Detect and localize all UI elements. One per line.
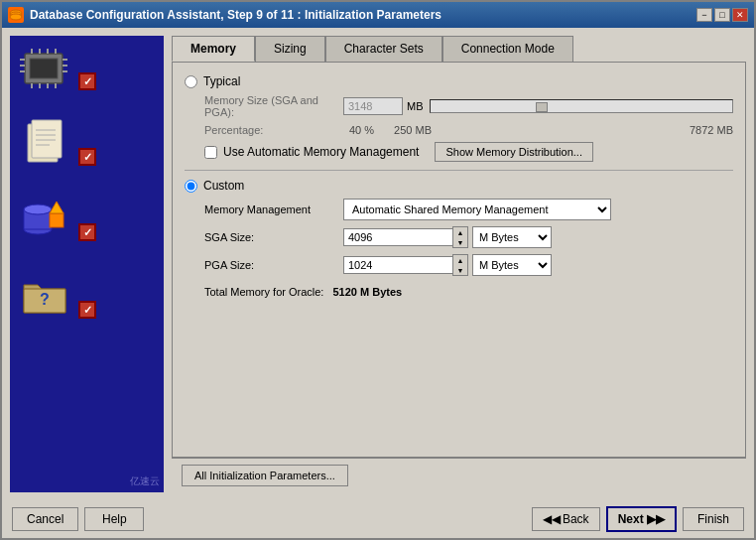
footer: Cancel Help ◀◀ Back Next ▶▶ Finish bbox=[2, 500, 754, 538]
cancel-button[interactable]: Cancel bbox=[12, 507, 78, 531]
typical-section: Memory Size (SGA and PGA): 3148 MB Perce… bbox=[204, 94, 733, 162]
check-badge-2: ✓ bbox=[78, 148, 96, 166]
title-bar-left: Database Configuration Assistant, Step 9… bbox=[8, 7, 441, 23]
slider-track[interactable] bbox=[430, 99, 734, 113]
memory-size-row: Memory Size (SGA and PGA): 3148 MB bbox=[204, 94, 733, 118]
sga-spinner: ▲ ▼ bbox=[452, 226, 468, 248]
window-title: Database Configuration Assistant, Step 9… bbox=[30, 8, 441, 22]
total-value: 5120 M Bytes bbox=[332, 286, 402, 298]
folder-icon: ? bbox=[20, 269, 74, 319]
main-window: Database Configuration Assistant, Step 9… bbox=[0, 0, 756, 540]
chip-icon bbox=[20, 46, 74, 90]
percentage-label: Percentage: bbox=[204, 124, 343, 136]
all-init-params-button[interactable]: All Initialization Parameters... bbox=[182, 465, 348, 486]
typical-radio[interactable] bbox=[185, 75, 197, 88]
memory-panel: Typical Memory Size (SGA and PGA): 3148 … bbox=[172, 62, 746, 458]
sga-down-button[interactable]: ▼ bbox=[453, 237, 467, 247]
pga-input-group: ▲ ▼ M Bytes G Bytes bbox=[343, 254, 552, 276]
show-distribution-button[interactable]: Show Memory Distribution... bbox=[435, 142, 593, 162]
tabs: Memory Sizing Character Sets Connection … bbox=[172, 36, 746, 62]
mb-label: MB bbox=[407, 100, 424, 112]
back-arrow-icon: ◀◀ bbox=[543, 512, 561, 526]
auto-memory-label[interactable]: Use Automatic Memory Management bbox=[223, 145, 419, 159]
svg-rect-4 bbox=[30, 59, 58, 78]
sga-input-group: ▲ ▼ M Bytes G Bytes bbox=[343, 226, 552, 248]
svg-rect-20 bbox=[32, 120, 62, 158]
svg-point-2 bbox=[10, 14, 22, 20]
pga-down-button[interactable]: ▼ bbox=[453, 265, 467, 275]
title-buttons: − □ ✕ bbox=[696, 8, 748, 22]
maximize-button[interactable]: □ bbox=[714, 8, 730, 22]
memory-size-label: Memory Size (SGA and PGA): bbox=[204, 94, 343, 118]
sga-up-button[interactable]: ▲ bbox=[453, 227, 467, 237]
minimize-button[interactable]: − bbox=[696, 8, 712, 22]
typical-label[interactable]: Typical bbox=[203, 74, 240, 88]
content-area: ✓ ✓ bbox=[2, 28, 754, 500]
pga-up-button[interactable]: ▲ bbox=[453, 255, 467, 265]
close-button[interactable]: ✕ bbox=[732, 8, 748, 22]
memory-mgmt-select[interactable]: Automatic Shared Memory Management Manua… bbox=[343, 199, 611, 220]
docs-icon bbox=[20, 118, 74, 166]
sidebar: ✓ ✓ bbox=[10, 36, 164, 492]
total-memory-row: Total Memory for Oracle: 5120 M Bytes bbox=[204, 286, 733, 298]
custom-radio[interactable] bbox=[185, 180, 197, 193]
tab-sizing[interactable]: Sizing bbox=[255, 36, 325, 62]
next-arrow-icon: ▶▶ bbox=[647, 512, 665, 526]
bottom-bar: All Initialization Parameters... bbox=[172, 458, 746, 492]
sga-unit-select[interactable]: M Bytes G Bytes bbox=[472, 226, 552, 248]
footer-right: ◀◀ Back Next ▶▶ Finish bbox=[532, 506, 744, 532]
slider-min-label: 250 MB bbox=[394, 124, 432, 136]
pga-size-row: PGA Size: ▲ ▼ M Bytes G Bytes bbox=[204, 254, 733, 276]
main-panel: Memory Sizing Character Sets Connection … bbox=[172, 36, 746, 492]
svg-text:?: ? bbox=[40, 291, 50, 308]
custom-radio-row: Custom bbox=[185, 179, 733, 193]
memory-mgmt-row: Memory Management Automatic Shared Memor… bbox=[204, 199, 733, 220]
sidebar-item-4: ? ✓ bbox=[20, 269, 96, 319]
custom-section-content: Memory Management Automatic Shared Memor… bbox=[204, 199, 733, 298]
next-label: Next bbox=[618, 512, 644, 526]
check-badge-1: ✓ bbox=[78, 72, 96, 90]
memory-size-input: 3148 bbox=[343, 97, 403, 115]
custom-label[interactable]: Custom bbox=[203, 179, 244, 193]
shapes-icon bbox=[20, 194, 74, 241]
percentage-value: 40 % bbox=[349, 124, 374, 136]
slider-max-label: 7872 MB bbox=[690, 124, 733, 136]
tab-charsets[interactable]: Character Sets bbox=[325, 36, 442, 62]
check-badge-3: ✓ bbox=[78, 223, 96, 241]
back-button[interactable]: ◀◀ Back bbox=[532, 507, 600, 531]
svg-marker-29 bbox=[50, 202, 63, 213]
divider bbox=[185, 170, 733, 171]
help-button[interactable]: Help bbox=[84, 507, 144, 531]
auto-memory-checkbox[interactable] bbox=[204, 146, 217, 159]
svg-point-27 bbox=[24, 204, 52, 214]
pga-unit-select[interactable]: M Bytes G Bytes bbox=[472, 254, 552, 276]
sidebar-item-2: ✓ bbox=[20, 118, 96, 166]
back-label: Back bbox=[563, 512, 589, 526]
sga-input[interactable] bbox=[343, 228, 452, 246]
tab-connmode[interactable]: Connection Mode bbox=[442, 36, 573, 62]
sidebar-item-1: ✓ bbox=[20, 46, 96, 90]
total-label: Total Memory for Oracle: bbox=[204, 286, 323, 298]
auto-memory-row: Use Automatic Memory Management Show Mem… bbox=[204, 142, 733, 162]
sidebar-item-3: ✓ bbox=[20, 194, 96, 241]
app-icon bbox=[8, 7, 24, 23]
sga-size-row: SGA Size: ▲ ▼ M Bytes G Bytes bbox=[204, 226, 733, 248]
percentage-row: Percentage: 40 % 250 MB 7872 MB bbox=[204, 124, 733, 136]
typical-radio-row: Typical bbox=[185, 74, 733, 88]
next-button[interactable]: Next ▶▶ bbox=[606, 506, 677, 532]
footer-left: Cancel Help bbox=[12, 507, 144, 531]
svg-rect-28 bbox=[50, 213, 63, 227]
check-badge-4: ✓ bbox=[78, 301, 96, 319]
finish-button[interactable]: Finish bbox=[683, 507, 744, 531]
sga-label: SGA Size: bbox=[204, 231, 343, 243]
memory-mgmt-label: Memory Management bbox=[204, 203, 343, 215]
pga-label: PGA Size: bbox=[204, 259, 343, 271]
tab-memory[interactable]: Memory bbox=[172, 36, 255, 62]
watermark: 亿速云 bbox=[130, 474, 160, 488]
pga-input[interactable] bbox=[343, 256, 452, 274]
slider-container bbox=[430, 99, 734, 113]
pga-spinner: ▲ ▼ bbox=[452, 254, 468, 276]
title-bar: Database Configuration Assistant, Step 9… bbox=[2, 2, 754, 28]
